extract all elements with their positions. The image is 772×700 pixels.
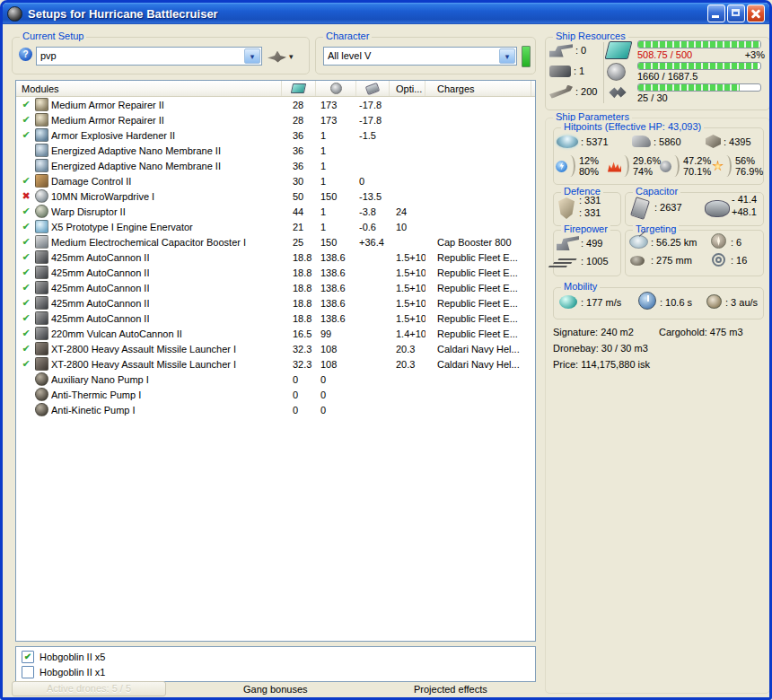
turret-icon <box>557 236 579 250</box>
module-row[interactable]: Auxiliary Nano Pump I00 <box>16 372 535 387</box>
drone-name: Hobgoblin II x1 <box>39 667 105 678</box>
charges-column-header[interactable]: Charges <box>425 81 531 96</box>
hitpoint-value: : 4395 <box>724 136 751 147</box>
help-icon[interactable]: ? <box>19 48 32 61</box>
title-bar[interactable]: Setups for Hurricane Battlecruiser <box>3 3 769 24</box>
powergrid-column-header[interactable] <box>316 81 356 96</box>
module-row[interactable]: ✔Medium Armor Repairer II28173-17.8 <box>16 97 535 112</box>
module-row[interactable]: Energized Adaptive Nano Membrane II361 <box>16 158 535 173</box>
module-row[interactable]: ✔XT-2800 Heavy Assault Missile Launcher … <box>16 341 535 356</box>
speed-icon <box>559 295 577 309</box>
module-row[interactable]: ✔Medium Electrochemical Capacitor Booste… <box>16 234 535 249</box>
module-row[interactable]: ✔425mm AutoCannon II18.8138.61.5+10Repub… <box>16 311 535 326</box>
hitpoint-cell: : 5371 <box>557 135 632 148</box>
module-name: XT-2800 Heavy Assault Missile Launcher I <box>51 344 236 354</box>
dronebay-value: Dronebay: 30 / 30 m3 <box>553 343 648 354</box>
modules-column-header[interactable]: Modules <box>16 81 282 96</box>
gang-bonuses-tab[interactable]: Gang bonuses <box>243 684 308 695</box>
module-cpu: 21 <box>282 222 316 232</box>
module-cpu: 0 <box>282 405 316 416</box>
close-button[interactable] <box>747 4 765 22</box>
drone-checkbox[interactable]: ✔ <box>22 651 34 663</box>
chevron-down-icon[interactable]: ▾ <box>244 48 260 64</box>
module-row[interactable]: ✔220mm Vulcan AutoCannon II16.5991.4+10R… <box>16 326 535 341</box>
armor-resist-value: 76.9% <box>735 166 763 177</box>
module-name: 425mm AutoCannon II <box>51 283 149 293</box>
armor-resist-value: 70.1% <box>683 166 711 177</box>
powergrid-icon <box>607 63 626 81</box>
module-cpu: 36 <box>282 161 316 171</box>
character-combobox[interactable]: All level V ▾ <box>323 47 517 66</box>
status-ok-icon: ✔ <box>20 114 32 126</box>
module-cpu: 18.8 <box>282 313 316 324</box>
module-row[interactable]: ✔XT-2800 Heavy Assault Missile Launcher … <box>16 356 535 372</box>
module-name: Armor Explosive Hardener II <box>51 130 175 141</box>
maximize-button[interactable] <box>727 4 745 22</box>
optimal-column-header[interactable]: Opti... <box>390 81 425 96</box>
module-powergrid: 1 <box>316 176 356 187</box>
module-charge: Republic Fleet E... <box>425 328 531 339</box>
module-name: Auxiliary Nano Pump I <box>51 374 149 385</box>
module-row[interactable]: ✔425mm AutoCannon II18.8138.61.5+10Repub… <box>16 265 535 280</box>
drones-list: ✔Hobgoblin II x5Hobgoblin II x1 <box>15 646 536 682</box>
module-row[interactable]: ✔Armor Explosive Hardener II361-1.5 <box>16 127 535 143</box>
module-row[interactable]: ✔Medium Armor Repairer II28173-17.8 <box>16 112 535 127</box>
module-row[interactable]: ✔425mm AutoCannon II18.8138.61.5+10Repub… <box>16 280 535 295</box>
module-row[interactable]: ✔425mm AutoCannon II18.8138.61.5+10Repub… <box>16 295 535 311</box>
resource-bar-extra: +3% <box>745 49 765 60</box>
ship-menu-button[interactable]: ▾ <box>268 48 303 66</box>
character-value: All level V <box>328 50 498 61</box>
drone-checkbox[interactable] <box>22 666 34 678</box>
module-row[interactable]: ✔X5 Prototype I Engine Enervator211-0.61… <box>16 219 535 234</box>
thermal-icon <box>608 161 621 172</box>
rig-icon <box>35 372 48 386</box>
module-charge: Republic Fleet E... <box>425 283 531 293</box>
module-row[interactable]: ✔425mm AutoCannon II18.8138.61.5+10Repub… <box>16 249 535 265</box>
ship-parameters-group: Ship Parameters Hitpoints (Effective HP:… <box>545 118 770 694</box>
projected-effects-tab[interactable]: Projected effects <box>414 684 487 695</box>
module-row[interactable]: Anti-Thermic Pump I00 <box>16 387 535 402</box>
status-ok-icon: ✔ <box>20 267 32 278</box>
module-powergrid: 0 <box>316 374 356 385</box>
drone-row[interactable]: ✔Hobgoblin II x5 <box>22 649 535 664</box>
hitpoints-label: Hitpoints (Effective HP: 43,093) <box>561 121 704 132</box>
drone-row[interactable]: Hobgoblin II x1 <box>22 664 535 679</box>
module-cpu: 18.8 <box>282 267 316 278</box>
drone-name: Hobgoblin II x5 <box>39 652 105 662</box>
capacitor-column-header[interactable] <box>356 81 390 96</box>
volley-value: : 499 <box>581 238 602 249</box>
window-title: Setups for Hurricane Battlecruiser <box>28 7 707 21</box>
chevron-down-icon: ▾ <box>289 52 294 61</box>
module-powergrid: 99 <box>316 328 356 339</box>
autocannon-icon <box>35 311 48 325</box>
module-optimal: 1.5+10 <box>390 313 425 324</box>
active-drones-tab[interactable]: Active drones: 5 / 5 <box>12 681 166 696</box>
minimize-button[interactable] <box>707 4 725 22</box>
module-row[interactable]: ✔Damage Control II3010 <box>16 173 535 188</box>
chevron-down-icon[interactable]: ▾ <box>499 48 515 64</box>
divider <box>603 42 604 103</box>
autocannon-icon <box>35 266 48 279</box>
setup-combobox[interactable]: pvp ▾ <box>36 47 262 66</box>
dps-icon <box>557 258 576 260</box>
module-row[interactable]: Anti-Kinetic Pump I00 <box>16 402 535 417</box>
module-powergrid: 173 <box>316 115 356 126</box>
cpu-column-header[interactable] <box>282 81 316 96</box>
module-powergrid: 150 <box>316 237 356 248</box>
module-name: 425mm AutoCannon II <box>51 267 149 278</box>
module-row[interactable]: Energized Adaptive Nano Membrane II361 <box>16 143 535 158</box>
module-charge: Cap Booster 800 <box>425 237 531 248</box>
ship-resources-group: Ship Resources : 0: 1: 200 508.75 / 500+… <box>545 37 770 110</box>
module-powergrid: 138.6 <box>316 313 356 324</box>
module-cpu: 28 <box>282 100 316 110</box>
module-cap: -13.5 <box>356 191 390 202</box>
defence-group: Defence : 331 : 331 <box>553 192 621 226</box>
module-optimal: 1.5+10 <box>390 298 425 309</box>
armor-icon <box>632 136 651 147</box>
defence-value-1: : 331 <box>579 195 601 206</box>
module-row[interactable]: ✖10MN MicroWarpdrive I50150-13.5 <box>16 188 535 204</box>
module-row[interactable]: ✔Warp Disruptor II441-3.824 <box>16 204 535 219</box>
capacitor-icon <box>365 82 381 94</box>
shield-resist-value: 56% <box>735 155 763 166</box>
resource-bar-text: 1660 / 1687.5 <box>637 71 697 82</box>
